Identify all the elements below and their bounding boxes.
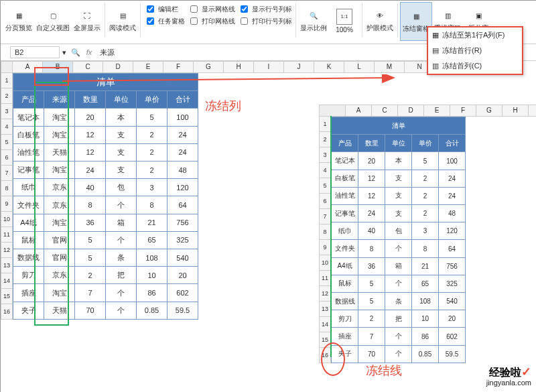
row-header[interactable]: 10 (319, 255, 331, 271)
col-header[interactable]: M (375, 61, 405, 73)
col-header[interactable]: C (73, 61, 103, 73)
cell[interactable]: 48 (168, 161, 198, 179)
cell[interactable]: 淘宝 (44, 284, 75, 302)
cell[interactable]: 86 (137, 284, 168, 302)
row-header[interactable]: 2 (1, 88, 13, 104)
row-header[interactable]: 8 (1, 181, 13, 196)
cell[interactable]: 油性笔 (13, 143, 44, 161)
cell[interactable]: 天猫 (44, 143, 75, 161)
cell[interactable]: 10 (137, 267, 168, 284)
cell[interactable]: 记事笔 (332, 205, 358, 222)
cell[interactable]: 36 (358, 257, 385, 275)
col-header[interactable]: A (346, 105, 372, 117)
col-header[interactable]: A (13, 61, 43, 73)
row-header[interactable]: 3 (1, 104, 13, 119)
name-box[interactable]: B2 (10, 46, 60, 58)
cell[interactable]: 325 (439, 275, 466, 292)
cell[interactable]: 65 (137, 231, 168, 249)
cell[interactable]: 箱 (106, 214, 137, 231)
cell[interactable]: 7 (358, 328, 385, 345)
cell[interactable]: 个 (385, 275, 412, 292)
row-headers[interactable]: 12345678910111213141516 (1, 73, 13, 320)
cell[interactable]: 65 (412, 275, 439, 292)
cell[interactable]: 把 (106, 267, 137, 284)
cell[interactable]: 20 (75, 109, 106, 126)
cell[interactable]: 602 (168, 284, 198, 302)
row-header[interactable]: 7 (319, 209, 331, 224)
cell[interactable]: 12 (358, 170, 385, 187)
cell[interactable]: 5 (412, 152, 439, 170)
cell[interactable]: A4纸 (332, 257, 358, 275)
cell[interactable]: 支 (106, 161, 137, 179)
cell[interactable]: 把 (385, 310, 412, 328)
cell[interactable]: 5 (75, 231, 106, 249)
cell[interactable]: 12 (75, 143, 106, 161)
cell[interactable]: 支 (106, 143, 137, 161)
cell[interactable]: 12 (75, 126, 106, 143)
cell[interactable]: 24 (358, 205, 385, 222)
cell[interactable]: 个 (385, 240, 412, 257)
col-header[interactable]: C (372, 105, 398, 117)
col-header[interactable] (1, 61, 13, 73)
cell[interactable]: 2 (75, 267, 106, 284)
cell[interactable]: 24 (168, 126, 198, 143)
cell[interactable]: 本 (385, 152, 412, 170)
row-header[interactable]: 1 (1, 73, 13, 88)
cell[interactable]: 100 (439, 152, 466, 170)
cell[interactable]: 108 (412, 293, 439, 310)
cell[interactable]: 540 (439, 293, 466, 310)
formula-input[interactable]: 来源 (96, 48, 119, 58)
col-header[interactable]: F (163, 61, 194, 73)
cell[interactable]: 记事笔 (13, 161, 44, 179)
data-table-right[interactable]: 清单产品数里单位单价合计笔记本20本5100白板笔12支224油性笔12支224… (331, 117, 466, 363)
cell[interactable]: 笔记本 (332, 152, 358, 170)
cell[interactable]: 0.85 (137, 302, 168, 319)
cell[interactable]: 笔记本 (13, 109, 44, 126)
print-gridlines-checkbox[interactable]: 打印网格线 (188, 15, 235, 27)
cell[interactable]: 官网 (44, 249, 75, 267)
cell[interactable]: 5 (75, 249, 106, 267)
col-header[interactable]: K (314, 61, 344, 73)
row-header[interactable]: 8 (319, 224, 331, 240)
col-header[interactable]: H (503, 105, 529, 117)
row-header[interactable]: 12 (1, 243, 13, 258)
cell[interactable]: 夹子 (13, 302, 44, 319)
cell[interactable]: 40 (75, 179, 106, 196)
cell[interactable]: 20 (168, 267, 198, 284)
cell[interactable]: 325 (168, 231, 198, 249)
cell[interactable]: 3 (137, 179, 168, 196)
cell[interactable]: 602 (439, 328, 466, 345)
row-headers-right[interactable]: 12345678910111213141516 (319, 117, 331, 363)
cell[interactable]: 油性笔 (332, 187, 358, 204)
cell[interactable]: 2 (412, 170, 439, 187)
cell[interactable]: 白板笔 (332, 170, 358, 187)
cell[interactable]: 0.85 (412, 345, 439, 363)
row-header[interactable]: 1 (319, 117, 331, 132)
cell[interactable]: 纸巾 (332, 222, 358, 240)
col-header[interactable]: G (476, 105, 503, 117)
column-headers-right[interactable]: ACDEFGHI (319, 105, 536, 117)
cell[interactable]: 48 (439, 205, 466, 222)
col-header[interactable]: H (224, 61, 254, 73)
cell[interactable]: 21 (137, 214, 168, 231)
cell[interactable]: 支 (385, 170, 412, 187)
col-header[interactable]: J (284, 61, 314, 73)
cell[interactable]: 鼠标 (13, 231, 44, 249)
cell[interactable]: 36 (75, 214, 106, 231)
row-header[interactable]: 13 (319, 302, 331, 317)
cell[interactable]: 5 (137, 109, 168, 126)
cell[interactable]: 包 (385, 222, 412, 240)
row-header[interactable]: 5 (319, 178, 331, 194)
cell[interactable]: 京东 (44, 196, 75, 214)
cell[interactable]: 京东 (44, 179, 75, 196)
cell[interactable]: 文件夹 (13, 196, 44, 214)
cell[interactable]: 756 (439, 257, 466, 275)
fullscreen-button[interactable]: ⛶全屏显示 (72, 2, 103, 40)
cell[interactable]: 支 (385, 205, 412, 222)
namebox-dropdown-icon[interactable]: ▾ (62, 48, 69, 57)
show-gridlines-checkbox[interactable]: 显示网格线 (188, 3, 235, 15)
col-header[interactable]: B (43, 61, 73, 73)
cell[interactable]: 24 (439, 170, 466, 187)
cell[interactable]: 40 (358, 222, 385, 240)
cell[interactable]: 8 (75, 196, 106, 214)
